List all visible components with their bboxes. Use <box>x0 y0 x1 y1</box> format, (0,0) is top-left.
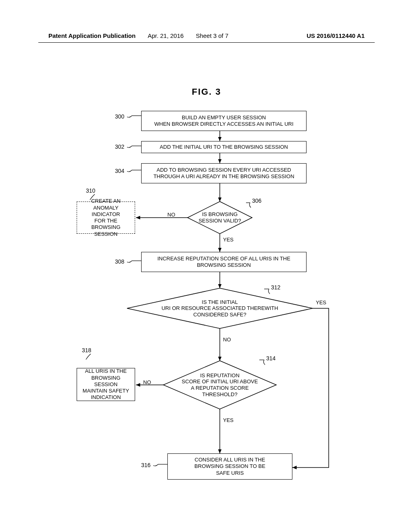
step-316-box: CONSIDER ALL URIS IN THE BROWSING SESSIO… <box>167 453 292 480</box>
step-310-box: CREATE AN ANOMALY INDICATOR FOR THE BROW… <box>77 202 135 234</box>
step-300-box: BUILD AN EMPTY USER SESSION WHEN BROWSER… <box>141 111 307 131</box>
figure-title: FIG. 3 <box>0 87 413 97</box>
ref-310: 310 <box>86 187 95 194</box>
step-308-text: INCREASE REPUTATION SCORE OF ALL URIS IN… <box>157 256 290 269</box>
step-318-box: ALL URIS IN THE BROWSING SESSION MAINTAI… <box>77 368 135 401</box>
label-312-yes: YES <box>316 299 326 305</box>
ref-304: 304 <box>115 168 124 174</box>
ref-318: 318 <box>82 347 91 353</box>
step-310-text: CREATE AN ANOMALY INDICATOR FOR THE BROW… <box>79 198 132 237</box>
header-divider <box>38 42 375 43</box>
decision-312-text: IS THE INITIAL URI OR RESOURCE ASSOCIATE… <box>127 288 313 328</box>
publication-number: US 2016/0112440 A1 <box>307 32 365 39</box>
publication-date: Apr. 21, 2016 <box>148 32 184 39</box>
label-314-yes: YES <box>223 417 234 423</box>
step-302-box: ADD THE INITIAL URI TO THE BROWSING SESS… <box>141 141 307 153</box>
decision-312: IS THE INITIAL URI OR RESOURCE ASSOCIATE… <box>127 288 313 328</box>
ref-314: 314 <box>266 355 275 362</box>
step-318-text: ALL URIS IN THE BROWSING SESSION MAINTAI… <box>79 368 132 401</box>
step-304-box: ADD TO BROWSING SESSION EVERY URI ACCESS… <box>141 163 307 183</box>
decision-314: IS REPUTATION SCORE OF INITIAL URI ABOVE… <box>163 361 276 409</box>
decision-314-text: IS REPUTATION SCORE OF INITIAL URI ABOVE… <box>163 361 276 409</box>
flowchart-canvas: BUILD AN EMPTY USER SESSION WHEN BROWSER… <box>38 111 361 490</box>
sheet-number: Sheet 3 of 7 <box>196 32 228 39</box>
ref-316: 316 <box>141 462 150 468</box>
ref-300: 300 <box>115 113 124 120</box>
patent-header: Patent Application Publication Apr. 21, … <box>0 32 413 39</box>
decision-306: IS BROWSING SESSION VALID? <box>188 202 252 234</box>
decision-306-text: IS BROWSING SESSION VALID? <box>188 202 252 234</box>
publication-label: Patent Application Publication <box>48 32 136 39</box>
label-306-yes: YES <box>223 237 234 243</box>
step-302-text: ADD THE INITIAL URI TO THE BROWSING SESS… <box>160 144 288 150</box>
step-304-text: ADD TO BROWSING SESSION EVERY URI ACCESS… <box>153 167 294 180</box>
label-312-no: NO <box>223 337 231 343</box>
ref-302: 302 <box>115 143 124 150</box>
step-300-text: BUILD AN EMPTY USER SESSION WHEN BROWSER… <box>154 114 293 128</box>
ref-306: 306 <box>252 197 261 204</box>
label-314-no: NO <box>143 379 151 385</box>
ref-308: 308 <box>115 258 124 265</box>
step-308-box: INCREASE REPUTATION SCORE OF ALL URIS IN… <box>141 252 307 272</box>
step-316-text: CONSIDER ALL URIS IN THE BROWSING SESSIO… <box>194 457 265 476</box>
ref-312: 312 <box>271 284 280 291</box>
label-306-no: NO <box>167 212 175 218</box>
